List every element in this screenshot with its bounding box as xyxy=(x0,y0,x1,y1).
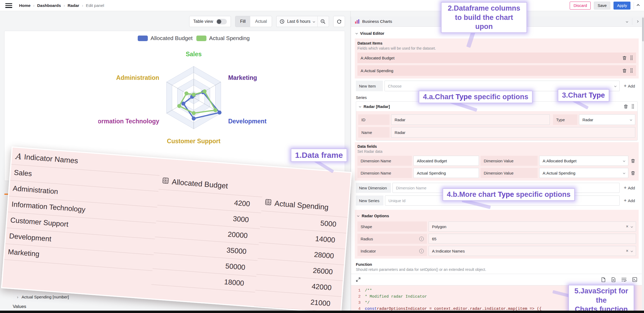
indicator-select[interactable]: A:Indicator Names × xyxy=(429,246,636,256)
series-type-select[interactable]: Radar xyxy=(579,114,635,125)
series-id-input[interactable]: Radar xyxy=(391,114,550,125)
series-name-label: Name xyxy=(358,127,390,138)
dataset-section: Dataset Items Fields which values will b… xyxy=(355,38,639,79)
dimension-value-select[interactable]: A:Allocated Budget xyxy=(539,156,628,166)
radar-indicator-label: Information Technology xyxy=(98,118,159,125)
chevron-down-icon xyxy=(623,172,625,174)
breadcrumb-separator: › xyxy=(64,3,65,8)
dataset-item[interactable]: A:Allocated Budget xyxy=(357,53,636,63)
table-view-toggle[interactable] xyxy=(216,19,227,24)
add-series-button[interactable]: + Add xyxy=(621,195,638,206)
menu-icon[interactable] xyxy=(5,3,12,8)
drag-handle-icon[interactable] xyxy=(630,55,633,60)
dimension-name-label: Dimension Name xyxy=(357,168,412,178)
file-icon[interactable] xyxy=(601,277,606,282)
shape-select[interactable]: Polygon × xyxy=(429,221,636,232)
clear-icon[interactable]: × xyxy=(626,249,628,253)
collapse-panel-icon[interactable] xyxy=(636,20,638,23)
expand-icon[interactable] xyxy=(356,277,361,282)
callout-javascript-function: 5.JavaScript for the Charts function xyxy=(568,285,634,313)
file-lines-icon[interactable] xyxy=(611,277,616,282)
breadcrumb-dashboard-name[interactable]: Radar xyxy=(68,3,79,8)
clear-icon[interactable]: × xyxy=(626,224,628,229)
trash-icon[interactable] xyxy=(623,56,626,60)
radar-options-label: Radar Options xyxy=(362,214,389,218)
dimension-name-input[interactable]: Actual Spending xyxy=(413,168,479,178)
pane-splitter[interactable] xyxy=(350,11,351,313)
dataset-heading: Dataset Items xyxy=(357,41,636,45)
callout-dataframe-columns: 2.Dataframe columns to build the chart u… xyxy=(441,2,527,33)
indicator-label: Indicator xyxy=(361,249,376,253)
add-dimension-button[interactable]: + Add xyxy=(621,183,638,193)
dimension-value-label: Dimension Value xyxy=(481,168,538,178)
dimension-name-input[interactable]: Allocated Budget xyxy=(413,156,479,166)
add-item-button[interactable]: + Add xyxy=(621,81,638,91)
zoom-out-icon[interactable] xyxy=(320,19,326,24)
breadcrumb: Home › Dashboards › Radar › Edit panel xyxy=(19,3,104,8)
radar-options-header[interactable]: Radar Options xyxy=(357,212,636,219)
function-heading: Function xyxy=(356,262,638,267)
data-fields-description: Set Radar data xyxy=(357,149,636,154)
trash-icon[interactable] xyxy=(623,68,626,73)
trash-icon[interactable] xyxy=(624,104,628,109)
chevron-down-icon xyxy=(623,160,625,162)
series-name-input[interactable]: Radar xyxy=(391,127,635,138)
callout-chart-type-options: 4.a.Chart Type specific options xyxy=(419,91,533,103)
save-button[interactable]: Save xyxy=(594,2,610,10)
refresh-button[interactable] xyxy=(333,16,345,27)
trash-icon[interactable] xyxy=(631,159,635,163)
series-id-type-row: ID Radar Type Radar xyxy=(358,114,635,125)
number-field-icon xyxy=(162,177,169,186)
function-section-header: Function Should return parameters and da… xyxy=(356,262,638,272)
dimension-value-select[interactable]: A:Actual Spending xyxy=(539,168,628,178)
code-editor-toolbar xyxy=(351,274,642,285)
chevron-down-icon[interactable] xyxy=(313,20,315,23)
drag-handle-icon[interactable] xyxy=(632,104,634,109)
apply-button[interactable]: Apply xyxy=(613,2,630,10)
drag-handle-icon[interactable] xyxy=(630,68,633,73)
info-icon[interactable]: i xyxy=(419,249,424,253)
dataset-item-label: A:Allocated Budget xyxy=(361,56,619,60)
time-range-group: Last 6 hours xyxy=(276,16,329,27)
divider xyxy=(634,2,634,9)
series-id-label: ID xyxy=(358,114,390,125)
fill-option[interactable]: Fill xyxy=(235,16,250,27)
panel-scrollbar[interactable] xyxy=(642,16,644,313)
dataset-item[interactable]: A:Actual Spending xyxy=(357,65,636,76)
collapse-header-icon[interactable] xyxy=(637,4,639,7)
breadcrumb-current: Edit panel xyxy=(86,3,104,8)
chevron-down-icon[interactable] xyxy=(626,20,628,23)
console-icon[interactable] xyxy=(632,277,637,282)
shape-label: Shape xyxy=(357,221,427,232)
trash-icon[interactable] xyxy=(631,171,635,175)
time-range-label[interactable]: Last 6 hours xyxy=(287,19,310,24)
values-label: Values xyxy=(13,304,26,309)
chevron-down-icon xyxy=(631,225,633,228)
dataset-description: Fields which values will be used for the… xyxy=(357,46,636,50)
actual-option[interactable]: Actual xyxy=(250,16,271,27)
dimension-row: Dimension Name Allocated Budget Dimensio… xyxy=(357,156,636,166)
radius-input[interactable]: 65 xyxy=(429,234,636,244)
breadcrumb-dashboards[interactable]: Dashboards xyxy=(37,3,61,8)
breadcrumb-separator: › xyxy=(82,3,83,8)
dimension-row: Dimension Name Actual Spending Dimension… xyxy=(357,168,636,178)
info-icon[interactable]: i xyxy=(419,237,424,241)
word-wrap-icon[interactable] xyxy=(621,277,626,282)
series-group-title: Radar [Radar] xyxy=(364,104,390,109)
new-series-label: New Series xyxy=(356,195,383,206)
radar-indicator-label: Sales xyxy=(186,51,202,58)
breadcrumb-home[interactable]: Home xyxy=(19,3,31,8)
refresh-icon xyxy=(336,19,342,24)
series-card: Radar [Radar] ID Radar Type Radar xyxy=(356,101,638,141)
panel-toolbar: Table view Fill Actual Last 6 hours xyxy=(0,16,345,27)
panel-plugin-title: Business Charts xyxy=(362,19,392,24)
series-type-label: Type xyxy=(553,114,577,125)
discard-button[interactable]: Discard xyxy=(570,2,591,10)
plus-icon: + xyxy=(624,83,627,89)
bottom-bar xyxy=(0,311,644,313)
top-bar: Home › Dashboards › Radar › Edit panel D… xyxy=(0,0,644,11)
radar-indicator-label: Customer Support xyxy=(167,138,221,145)
fill-actual-segment: Fill Actual xyxy=(235,16,272,27)
shape-row: Shape Polygon × xyxy=(357,221,636,232)
chevron-down-icon xyxy=(631,250,633,252)
